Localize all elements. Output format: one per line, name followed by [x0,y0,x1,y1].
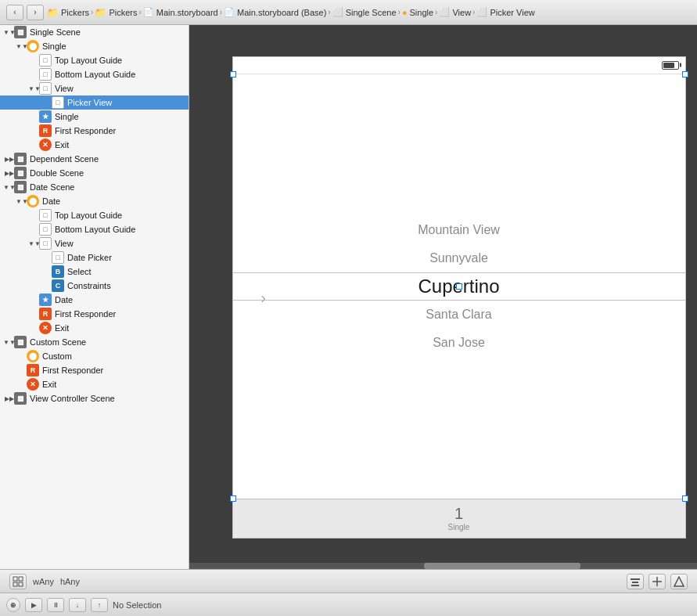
view-as-button[interactable] [9,574,27,589]
tree-item-first-responder-2[interactable]: ▼RFirst Responder [0,307,189,321]
resize-handle-bottom-right[interactable] [682,495,688,502]
canvas-area[interactable]: › Mountain ViewSunnyvaleCupertinoSant [189,25,697,569]
battery-icon [662,61,679,70]
tree-item-first-responder-3[interactable]: ▼RFirst Responder [0,363,189,377]
tree-item-view[interactable]: ▼□View [0,81,189,95]
tree-item-single-ctrl[interactable]: ▼⬤Single [0,39,189,53]
back-button[interactable]: ‹ [6,5,23,20]
tree-label-viewcontroller-scene: View Controller Scene [30,394,115,403]
tree-label-date-picker: Date Picker [67,253,112,262]
tree-icon-exit-3: ✕ [27,378,39,391]
tree-item-select-btn[interactable]: ▼BSelect [0,265,189,279]
tree-arrow-date-scene[interactable]: ▼ [5,182,14,192]
tree-item-exit-1[interactable]: ▼✕Exit [0,138,189,152]
tree-item-date-view[interactable]: ▼□View [0,236,189,250]
picker-container[interactable]: Mountain ViewSunnyvaleCupertinoSanta Cla… [233,74,685,499]
tree-label-view: View [55,84,74,93]
tree-icon-single-ctrl: ⬤ [27,40,39,52]
picker-item-0[interactable]: Mountain View [233,216,685,244]
tree-label-select-btn: Select [67,267,92,276]
tree-icon-constraints: C [52,279,64,292]
tree-item-picker-view[interactable]: ▼□Picker View [0,95,189,110]
status-step2-btn[interactable]: ↑ [91,598,108,612]
tree-label-single-scene: Single Scene [30,27,81,37]
tree-item-date-top-layout[interactable]: ▼□Top Layout Guide [0,208,189,222]
tree-label-single-ctrl: Single [42,41,66,51]
tree-item-custom-ctrl[interactable]: ▼⬤Custom [0,349,189,363]
tree-arrow-date-ctrl[interactable]: ▼ [17,196,27,206]
tree-arrow-date-view[interactable]: ▼ [30,239,39,248]
tree-icon-first-responder-1: R [39,124,52,137]
tree-item-dependent-scene[interactable]: ▶▦Dependent Scene [0,152,189,166]
tree-item-single-star[interactable]: ▼★Single [0,110,189,124]
forward-button[interactable]: › [27,5,44,20]
tree-item-exit-2[interactable]: ▼✕Exit [0,321,189,335]
resize-handle-center[interactable] [456,283,462,290]
breadcrumb-label3: Main.storyboard [156,8,218,17]
canvas-scrollbar[interactable] [189,563,697,569]
resize-handle-top-left[interactable] [230,71,236,77]
tree-item-viewcontroller-scene[interactable]: ▶▦View Controller Scene [0,391,189,405]
tree-arrow-single-ctrl[interactable]: ▼ [17,41,27,51]
tree-arrow-dependent-scene[interactable]: ▶ [5,154,14,164]
tree-item-custom-scene[interactable]: ▼▦Custom Scene [0,335,189,349]
tree-item-date-picker[interactable]: ▼□Date Picker [0,250,189,265]
tree-item-date-scene[interactable]: ▼▦Date Scene [0,180,189,194]
tree-item-double-scene[interactable]: ▶▦Double Scene [0,166,189,180]
status-play-btn[interactable]: ▶ [25,598,42,612]
tree-item-bottom-layout[interactable]: ▼□Bottom Layout Guide [0,67,189,81]
folder-icon: 📁 [47,7,59,18]
tree-arrow-single-scene[interactable]: ▼ [5,27,14,37]
tree-icon-custom-scene: ▦ [14,336,27,348]
battery-fill [663,63,674,68]
pin-button[interactable] [648,574,666,589]
breadcrumb-pickers2[interactable]: 📁 Pickers [95,7,137,18]
tree-item-date-bottom-layout[interactable]: ▼□Bottom Layout Guide [0,222,189,236]
tree-icon-top-layout: □ [39,54,52,67]
storyboard-base-icon: 📄 [224,7,235,17]
tree-item-first-responder-1[interactable]: ▼RFirst Responder [0,124,189,138]
resize-handle-bottom-left[interactable] [230,495,236,502]
status-pause-btn[interactable]: ⏸ [47,598,64,612]
breadcrumb-sep5: › [398,8,401,16]
tree-arrow-viewcontroller-scene[interactable]: ▶ [5,394,14,403]
folder-icon2: 📁 [95,7,106,18]
bottom-toolbar: wAny hAny [0,569,697,593]
picker-item-3[interactable]: Santa Clara [233,301,685,329]
tree-container: ▼▦Single Scene▼⬤Single▼□Top Layout Guide… [0,25,189,405]
controller-icon-bc: ● [402,8,408,17]
breadcrumb-single-scene[interactable]: ⬜ Single Scene [332,7,397,17]
pin-icon [652,576,663,587]
breadcrumb-label: Pickers [61,8,89,17]
tree-item-date-ctrl[interactable]: ▼⬤Date [0,194,189,208]
breadcrumb-label7: View [452,8,471,17]
tree-arrow-view[interactable]: ▼ [30,84,39,93]
tree-arrow-double-scene[interactable]: ▶ [5,168,14,178]
tree-item-date-star[interactable]: ▼★Date [0,293,189,307]
svg-rect-3 [19,582,23,586]
tree-item-exit-3[interactable]: ▼✕Exit [0,377,189,391]
breadcrumb-view[interactable]: ⬜ View [439,7,471,17]
breadcrumb-single[interactable]: ● Single [402,8,433,17]
tree-arrow-custom-scene[interactable]: ▼ [5,337,14,347]
tree-item-single-scene[interactable]: ▼▦Single Scene [0,25,189,39]
align-button[interactable] [627,574,644,589]
breadcrumb-mainstory-base[interactable]: 📄 Main.storyboard (Base) [224,7,326,17]
breadcrumb-label4: Main.storyboard (Base) [237,8,326,17]
breadcrumb-pickers1[interactable]: 📁 Pickers [47,7,89,18]
svg-rect-0 [13,577,17,581]
tree-item-constraints[interactable]: ▼CConstraints [0,279,189,293]
tree-label-single-star: Single [55,112,79,121]
status-step-btn[interactable]: ↓ [69,598,86,612]
status-circle-btn[interactable]: ⊕ [6,598,20,612]
breadcrumb: 📁 Pickers › 📁 Pickers › 📄 Main.storyboar… [47,7,691,18]
resize-handle-top-right[interactable] [682,71,688,77]
picker-item-1[interactable]: Sunnyvale [233,244,685,272]
tree-item-top-layout[interactable]: ▼□Top Layout Guide [0,53,189,67]
resolve-button[interactable] [670,574,688,589]
picker-item-4[interactable]: San Jose [233,329,685,357]
tree-icon-single-star: ★ [39,110,52,123]
breadcrumb-mainstory[interactable]: 📄 Main.storyboard [143,7,218,17]
tree-label-exit-3: Exit [42,380,56,389]
breadcrumb-picker-view[interactable]: ⬜ Picker View [476,7,534,17]
